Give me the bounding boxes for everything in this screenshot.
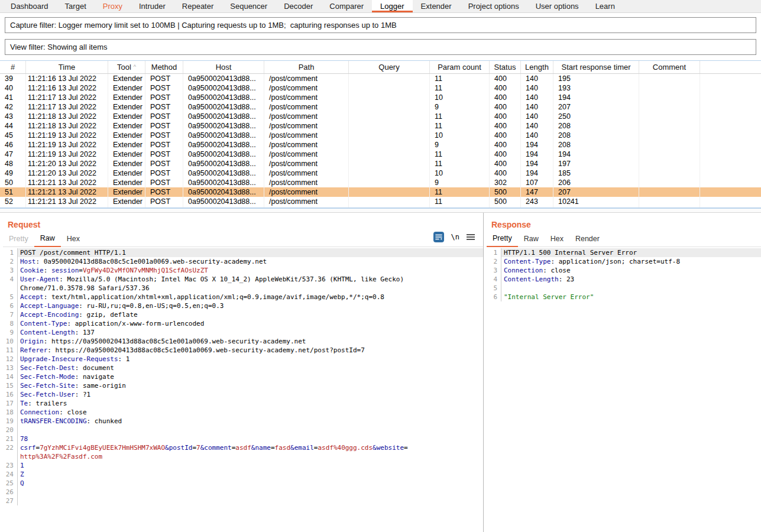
line-number: 4 (484, 275, 501, 284)
column-header-time[interactable]: Time (26, 61, 108, 73)
column-header-path[interactable]: Path (264, 61, 349, 73)
tab-logger[interactable]: Logger (372, 0, 412, 12)
code-line: 231 (0, 461, 483, 470)
tab-comparer[interactable]: Comparer (321, 0, 372, 12)
response-tab-render[interactable]: Render (569, 235, 605, 246)
code-line: 4Content-Length: 23 (484, 275, 761, 284)
cell-comment (639, 93, 700, 102)
code-token: : close (59, 408, 86, 416)
table-row[interactable]: 4011:21:16 13 Jul 2022ExtenderPOST0a9500… (0, 83, 761, 93)
cell-tool: Extender (108, 121, 145, 131)
code-token: Referer (20, 346, 47, 354)
table-row[interactable]: 4111:21:17 13 Jul 2022ExtenderPOST0a9500… (0, 93, 761, 102)
code-text: Host: 0a9500020413d88ac08c5c1e001a0069.w… (18, 257, 483, 266)
cell-path: /post/comment (264, 93, 349, 102)
tab-decoder[interactable]: Decoder (276, 0, 321, 12)
response-tab-raw[interactable]: Raw (518, 235, 545, 246)
column-header-status[interactable]: Status (490, 61, 521, 73)
column-header-start-response-timer[interactable]: Start response timer (553, 61, 639, 73)
line-number: 23 (0, 461, 18, 470)
line-number: 5 (484, 284, 501, 293)
response-editor[interactable]: 1HTTP/1.1 500 Internal Server Error2Cont… (484, 248, 761, 520)
code-line: 13Sec-Fetch-Dest: document (0, 364, 483, 372)
column-header-comment[interactable]: Comment (639, 61, 700, 73)
request-panel: Request PrettyRawHex \n 1POST /post/comm… (0, 213, 483, 532)
code-text: Connection: close (501, 266, 761, 275)
table-row[interactable]: 4611:21:19 13 Jul 2022ExtenderPOST0a9500… (0, 140, 761, 150)
code-text: User-Agent: Mozilla/5.0 (Macintosh; Inte… (18, 275, 483, 284)
table-row[interactable]: 4411:21:18 13 Jul 2022ExtenderPOST0a9500… (0, 121, 761, 131)
cell-blank: 41 (0, 93, 26, 102)
cell-host: 0a9500020413d88... (183, 83, 264, 93)
line-number: 12 (0, 355, 18, 364)
table-row[interactable]: 4811:21:20 13 Jul 2022ExtenderPOST0a9500… (0, 159, 761, 168)
pretty-print-icon[interactable] (433, 232, 444, 242)
code-token: Host (20, 258, 36, 265)
cell-method: POST (145, 187, 183, 197)
line-number: 1 (0, 248, 18, 257)
cell-start-response-timer: 197 (553, 159, 639, 168)
column-header-blank[interactable]: # (0, 61, 26, 73)
code-line: 20 (0, 426, 483, 434)
line-number: 5 (0, 293, 18, 301)
tab-learn[interactable]: Learn (587, 0, 623, 12)
table-row[interactable]: 5111:21:21 13 Jul 2022ExtenderPOST0a9500… (0, 187, 761, 197)
response-tab-hex[interactable]: Hex (545, 235, 569, 246)
table-row[interactable]: 4711:21:19 13 Jul 2022ExtenderPOST0a9500… (0, 150, 761, 159)
column-header-tool[interactable]: Tool^ (108, 61, 145, 73)
code-token: : ru-RU,ru;q=0.8,en-US;q=0.5,en;q=0.3 (79, 302, 224, 310)
code-token: http%3A%2F%2Fasdf.com (20, 453, 102, 460)
code-token: : trailers (28, 400, 67, 407)
response-tab-pretty[interactable]: Pretty (487, 234, 518, 247)
tab-user-options[interactable]: User options (527, 0, 587, 12)
capture-filter-bar[interactable]: Capture filter: Logger memory limit set … (5, 17, 756, 33)
column-header-length[interactable]: Length (521, 61, 553, 73)
line-number: 18 (0, 408, 18, 417)
table-body: 3911:21:16 13 Jul 2022ExtenderPOST0a9500… (0, 74, 761, 208)
request-tab-pretty[interactable]: Pretty (3, 235, 34, 246)
tab-intruder[interactable]: Intruder (131, 0, 174, 12)
cell-method: POST (145, 131, 183, 140)
cell-method: POST (145, 112, 183, 121)
horizontal-splitter[interactable] (0, 208, 761, 213)
tab-target[interactable]: Target (57, 0, 95, 12)
tab-extender[interactable]: Extender (413, 0, 460, 12)
request-tab-raw[interactable]: Raw (34, 234, 61, 247)
request-tab-hex[interactable]: Hex (61, 235, 86, 246)
newline-toggle-icon[interactable]: \n (451, 233, 459, 241)
tab-proxy[interactable]: Proxy (95, 0, 131, 12)
tab-repeater[interactable]: Repeater (174, 0, 222, 12)
view-filter-bar[interactable]: View filter: Showing all items (5, 39, 756, 55)
tab-dashboard[interactable]: Dashboard (2, 0, 57, 12)
code-text: Sec-Fetch-Mode: navigate (18, 372, 483, 381)
table-row[interactable]: 4911:21:20 13 Jul 2022ExtenderPOST0a9500… (0, 168, 761, 178)
column-header-host[interactable]: Host (183, 61, 264, 73)
code-token: Origin (20, 338, 44, 345)
column-header-query[interactable]: Query (349, 61, 430, 73)
table-row[interactable]: 4311:21:18 13 Jul 2022ExtenderPOST0a9500… (0, 112, 761, 121)
table-row[interactable]: 5211:21:21 13 Jul 2022ExtenderPOST0a9500… (0, 197, 761, 206)
logger-table[interactable]: #TimeTool^MethodHostPathQueryParam count… (0, 60, 761, 208)
cell-blank: 44 (0, 121, 26, 131)
table-row[interactable]: 3911:21:16 13 Jul 2022ExtenderPOST0a9500… (0, 74, 761, 83)
tab-project-options[interactable]: Project options (460, 0, 527, 12)
cell-length: 107 (521, 178, 553, 187)
request-editor[interactable]: 1POST /post/comment HTTP/1.12Host: 0a950… (0, 248, 483, 520)
cell-path: /post/comment (264, 150, 349, 159)
column-header-param-count[interactable]: Param count (430, 61, 490, 73)
cell-time: 11:21:21 13 Jul 2022 (26, 178, 108, 187)
code-token: &email (290, 444, 314, 452)
tab-sequencer[interactable]: Sequencer (222, 0, 276, 12)
code-token: = (404, 444, 408, 452)
cell-param-count: 9 (430, 140, 490, 150)
code-line: 1HTTP/1.1 500 Internal Server Error (484, 248, 761, 257)
cell-param-count: 11 (430, 121, 490, 131)
table-row[interactable]: 4511:21:19 13 Jul 2022ExtenderPOST0a9500… (0, 131, 761, 140)
table-row[interactable]: 4211:21:17 13 Jul 2022ExtenderPOST0a9500… (0, 102, 761, 112)
code-token: : application/x-www-form-urlencoded (67, 320, 204, 327)
cell-blank: 51 (0, 187, 26, 197)
menu-icon[interactable] (467, 234, 475, 240)
column-header-method[interactable]: Method (145, 61, 183, 73)
table-row[interactable]: 5011:21:21 13 Jul 2022ExtenderPOST0a9500… (0, 178, 761, 187)
response-panel-title: Response (491, 220, 761, 229)
